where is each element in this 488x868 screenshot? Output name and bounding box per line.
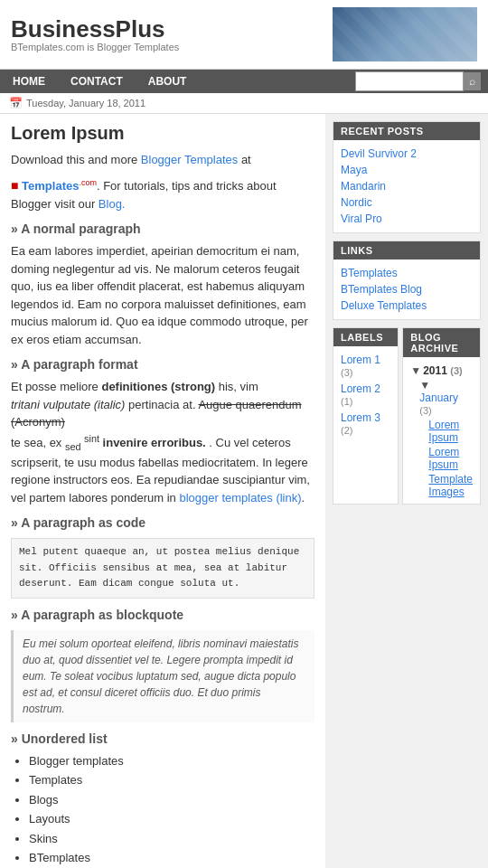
blog-link[interactable]: Blog. [99,197,126,211]
recent-post-link[interactable]: Maya [341,162,473,178]
recent-posts-section: RECENT POSTS Devil Survivor 2 Maya Manda… [333,121,481,233]
list-item: Templates [29,771,314,789]
site-header: BusinessPlus BTemplates.com is Blogger T… [0,0,488,70]
label-count: (2) [341,425,352,436]
blogger-templates-link[interactable]: Blogger Templates [141,153,238,166]
links-title: LINKS [333,241,480,259]
section1-heading: A normal paragraph [11,220,314,239]
blog-archive-section: BLOG ARCHIVE ▼2011 (3) ▼ January (3) Lor… [402,327,481,505]
templates-com: .com [79,177,97,186]
nav-home[interactable]: HOME [0,70,58,93]
list-item: Skins [29,830,314,848]
site-title: BusinessPlus [11,16,179,42]
post-title: Lorem Ipsum [11,123,314,144]
orange-bullet: ■ [11,178,18,193]
label-item[interactable]: Lorem 2 (1) [341,381,390,410]
list-item: Blogs [29,791,314,809]
triangle-icon: ▼ [410,364,421,377]
archive-body: ▼2011 (3) ▼ January (3) Lorem Ipsum Lore… [403,357,480,504]
labels-archive-row: LABELS Lorem 1 (3) Lorem 2 (1) Lorem 3 (… [333,327,481,512]
italic-text: tritani vulputate (italic) [11,398,125,411]
nav-about[interactable]: ABOUT [136,70,200,93]
section2-heading: A paragraph format [11,355,314,374]
sidebar: RECENT POSTS Devil Survivor 2 Maya Manda… [325,114,488,868]
download-paragraph: Download this and more Blogger Templates… [11,151,314,169]
bold-text: definitiones (strong) [101,380,215,393]
recent-post-link[interactable]: Devil Survivor 2 [341,146,473,162]
labels-section: LABELS Lorem 1 (3) Lorem 2 (1) Lorem 3 (… [333,327,399,505]
main-layout: Lorem Ipsum Download this and more Blogg… [0,114,488,868]
search-input[interactable] [355,71,464,91]
blockquote-text: Eu mei solum oporteat eleifend, libris n… [23,637,298,715]
sub-text: sed [65,440,80,451]
section5-heading: Unordered list [11,730,314,749]
sidebar-link[interactable]: Deluxe Templates [341,297,473,314]
archive-month-count: (3) [419,405,431,416]
nav-bar: HOME CONTACT ABOUT ⌕ [0,70,488,93]
invenire-text: invenire erroribus. [103,436,206,449]
download-suffix: at [241,153,251,166]
header-banner [333,7,477,61]
section4-heading: A paragraph as blockquote [11,606,314,625]
code-block: Mel putent quaeque an, ut postea melius … [11,538,314,599]
label-item[interactable]: Lorem 3 (2) [341,410,390,439]
recent-post-link[interactable]: Nordic [341,194,473,211]
templates-line: ■ Templates.com. For tutorials, tips and… [11,176,314,213]
code-text: Mel putent quaeque an, ut postea melius … [19,546,299,589]
sidebar-link[interactable]: BTemplates [341,265,473,281]
archive-post-link[interactable]: Template Images [410,471,473,498]
list-item: Blogger templates [29,752,314,770]
post-content: Lorem Ipsum Download this and more Blogg… [0,114,325,868]
recent-post-link[interactable]: Viral Pro [341,211,473,227]
archive-post-link[interactable]: Lorem Ipsum [410,444,473,471]
blockquote: Eu mei solum oporteat eleifend, libris n… [11,630,314,722]
links-section: LINKS BTemplates BTemplates Blog Deluxe … [333,241,481,320]
recent-posts-body: Devil Survivor 2 Maya Mandarin Nordic Vi… [333,140,480,232]
section1-text: Ea eam labores imperdiet, apeirian democ… [11,242,314,348]
recent-post-link[interactable]: Mandarin [341,178,473,194]
nav-contact[interactable]: CONTACT [58,70,136,93]
archive-month[interactable]: ▼ January (3) [410,379,473,417]
sup-text: sint [84,433,99,444]
list-item: BTemplates [29,849,314,867]
triangle-icon: ▼ [419,379,430,392]
date-bar: 📅 Tuesday, January 18, 2011 [0,93,488,114]
label-count: (3) [341,367,352,378]
label-item[interactable]: Lorem 1 (3) [341,352,390,381]
templates-link[interactable]: Templates [22,179,79,193]
site-branding: BusinessPlus BTemplates.com is Blogger T… [11,16,179,53]
section3-heading: A paragraph as code [11,514,314,533]
calendar-icon: 📅 [9,97,23,109]
unordered-list: Blogger templates Templates Blogs Layout… [29,752,314,867]
list-item: Layouts [29,810,314,828]
recent-posts-title: RECENT POSTS [333,122,480,140]
archive-title: BLOG ARCHIVE [403,328,480,357]
post-body: Download this and more Blogger Templates… [11,151,314,868]
date-text: Tuesday, January 18, 2011 [26,98,145,108]
sidebar-link[interactable]: BTemplates Blog [341,281,473,297]
site-subtitle: BTemplates.com is Blogger Templates [11,42,179,52]
archive-post-link[interactable]: Lorem Ipsum [410,417,473,444]
section2-text: Et posse meliore definitiones (strong) h… [11,378,314,506]
blogger-templates-link2[interactable]: blogger templates (link) [179,491,301,505]
labels-body: Lorem 1 (3) Lorem 2 (1) Lorem 3 (2) [333,346,398,444]
download-prefix: Download this and more [11,153,137,166]
search-button[interactable]: ⌕ [464,72,481,90]
labels-title: LABELS [333,328,398,346]
archive-month-label: January [419,392,458,404]
search-area: ⌕ [355,71,488,91]
archive-year: ▼2011 (3) [410,363,473,379]
links-body: BTemplates BTemplates Blog Deluxe Templa… [333,259,480,319]
label-count: (1) [341,396,352,407]
